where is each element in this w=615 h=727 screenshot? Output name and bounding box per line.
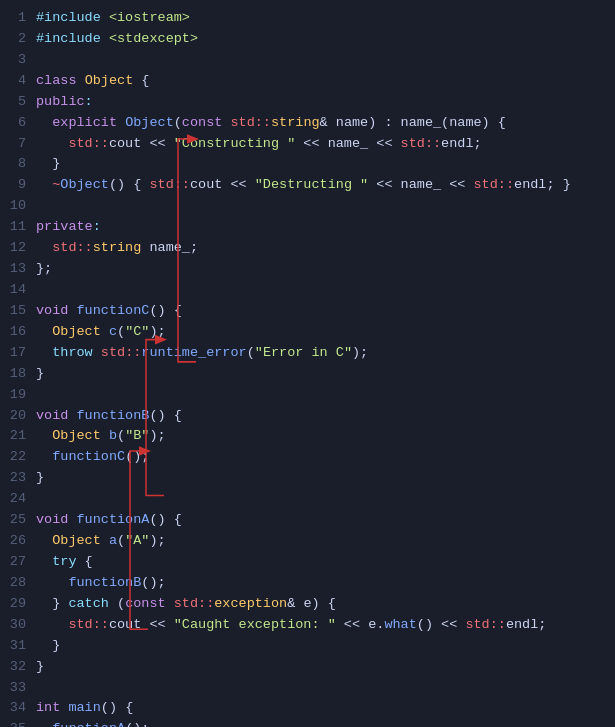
code-line: public: [36, 92, 605, 113]
fn-token: functionC [52, 449, 125, 464]
code-line: } [36, 468, 605, 489]
plain-token: (); [125, 449, 149, 464]
plain-token: } [36, 596, 68, 611]
plain-token: (); [141, 575, 165, 590]
code-line [36, 489, 605, 510]
code-line: Object b("B"); [36, 426, 605, 447]
line-number: 19 [0, 385, 26, 406]
code-line: } [36, 657, 605, 678]
plain-token: () { [109, 177, 150, 192]
fn-token: c [109, 324, 117, 339]
line-numbers: 1234567891011121314151617181920212223242… [0, 8, 36, 727]
kw-token: void [36, 512, 68, 527]
type-token: Object [52, 533, 101, 548]
plain-token: } [36, 659, 44, 674]
code-line [36, 678, 605, 699]
line-number: 14 [0, 280, 26, 301]
code-line: private: [36, 217, 605, 238]
line-number: 30 [0, 615, 26, 636]
line-number: 29 [0, 594, 26, 615]
ns-token: std:: [174, 596, 215, 611]
str-token: "Constructing " [174, 136, 296, 151]
plain-token: cout << [190, 177, 255, 192]
plain-token [36, 240, 52, 255]
code-line: #include <iostream> [36, 8, 605, 29]
kw2-token: catch [68, 596, 109, 611]
str-token: <stdexcept> [109, 31, 198, 46]
plain-token [36, 136, 68, 151]
line-number: 4 [0, 71, 26, 92]
line-number: 9 [0, 175, 26, 196]
plain-token [166, 596, 174, 611]
plain-token: ); [149, 428, 165, 443]
fn-token: Object [125, 115, 174, 130]
line-number: 33 [0, 678, 26, 699]
type-token: Object [85, 73, 134, 88]
fn-token: a [109, 533, 117, 548]
fn-token: Object [60, 177, 109, 192]
str-token: "A" [125, 533, 149, 548]
str-token: "C" [125, 324, 149, 339]
code-line [36, 385, 605, 406]
plain-token: () { [149, 303, 181, 318]
kw-token: const [182, 115, 223, 130]
str-token: "Caught exception: " [174, 617, 336, 632]
plain-token: { [77, 554, 93, 569]
code-line: }; [36, 259, 605, 280]
code-line: explicit Object(const std::string& name)… [36, 113, 605, 134]
line-number: 17 [0, 343, 26, 364]
plain-token: ( [117, 324, 125, 339]
ns-token: std:: [474, 177, 515, 192]
type-token: string [93, 240, 142, 255]
code-line: functionA(); [36, 719, 605, 727]
kw2-token: #include [36, 10, 101, 25]
str-token: "Destructing " [255, 177, 368, 192]
code-line: void functionB() { [36, 406, 605, 427]
plain-token [93, 345, 101, 360]
plain-token: ); [149, 533, 165, 548]
str-token: "B" [125, 428, 149, 443]
line-number: 7 [0, 134, 26, 155]
line-number: 32 [0, 657, 26, 678]
plain-token: ( [117, 428, 125, 443]
code-line: try { [36, 552, 605, 573]
code-line: } [36, 154, 605, 175]
plain-token [36, 554, 52, 569]
plain-token: endl; [506, 617, 547, 632]
fn-token: b [109, 428, 117, 443]
plain-token: ); [149, 324, 165, 339]
code-line: ~Object() { std::cout << "Destructing " … [36, 175, 605, 196]
line-number: 18 [0, 364, 26, 385]
plain-token [101, 428, 109, 443]
kw2-token: #include [36, 31, 101, 46]
plain-token: { [133, 73, 149, 88]
plain-token [117, 115, 125, 130]
plain-token: () { [149, 512, 181, 527]
plain-token: () << [417, 617, 466, 632]
kw-token: public [36, 94, 85, 109]
kw-token: class [36, 73, 77, 88]
line-number: 5 [0, 92, 26, 113]
line-number: 22 [0, 447, 26, 468]
code-line: void functionA() { [36, 510, 605, 531]
plain-token [36, 575, 68, 590]
line-number: 12 [0, 238, 26, 259]
line-number: 27 [0, 552, 26, 573]
plain-token [36, 345, 52, 360]
line-number: 23 [0, 468, 26, 489]
plain-token: } [36, 638, 60, 653]
plain-token: ( [117, 533, 125, 548]
plain-token [36, 115, 52, 130]
code-line: } [36, 636, 605, 657]
code-line: #include <stdexcept> [36, 29, 605, 50]
code-editor: 1234567891011121314151617181920212223242… [0, 0, 615, 727]
fn-token: main [68, 700, 100, 715]
line-number: 26 [0, 531, 26, 552]
plain-token [77, 73, 85, 88]
plain-token [101, 324, 109, 339]
code-line [36, 50, 605, 71]
plain-token: name_(name) { [401, 115, 506, 130]
code-line: } catch (const std::exception& e) { [36, 594, 605, 615]
plain-token: () { [101, 700, 133, 715]
ns-token: std:: [52, 240, 93, 255]
